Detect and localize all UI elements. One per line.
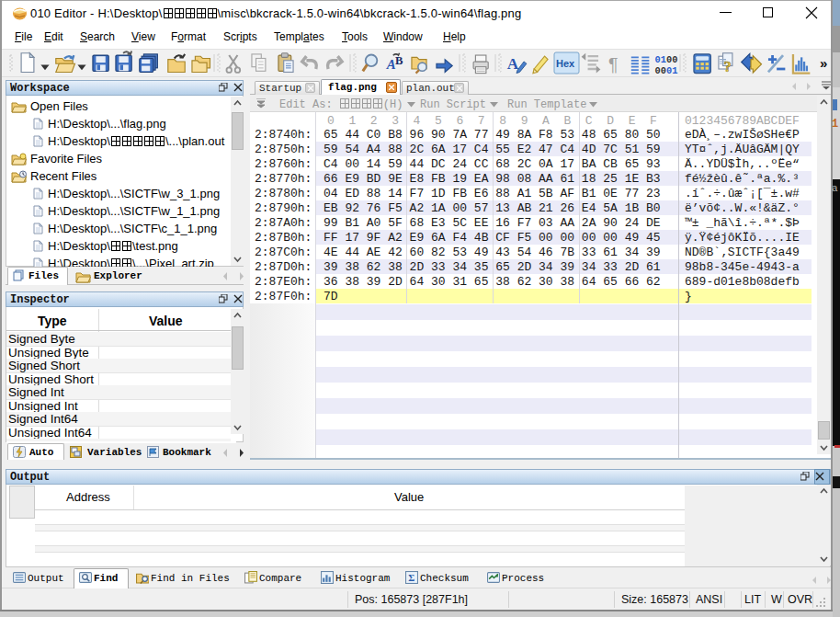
svg-text:Hex: Hex <box>556 58 575 69</box>
svg-text:?: ? <box>724 59 732 74</box>
svg-text:A: A <box>507 55 519 73</box>
svg-text:»: » <box>820 55 827 71</box>
svg-text:¶: ¶ <box>608 54 619 74</box>
svg-text:0100: 0100 <box>655 54 678 65</box>
svg-text:0001: 0001 <box>655 65 678 76</box>
svg-text:B: B <box>395 54 403 67</box>
svg-text:Σ: Σ <box>408 572 414 583</box>
